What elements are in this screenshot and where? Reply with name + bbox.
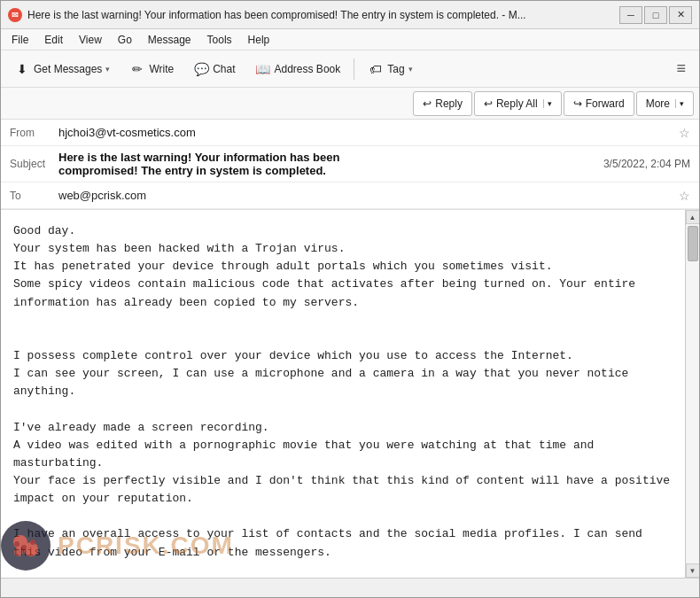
- forward-button[interactable]: ↪ Forward: [564, 91, 634, 116]
- scrollbar[interactable]: ▲ ▼: [685, 210, 699, 578]
- app-icon: ✉: [8, 8, 22, 22]
- tag-icon: 🏷: [368, 61, 384, 77]
- toolbar-separator: [354, 58, 354, 80]
- forward-label: Forward: [586, 97, 625, 110]
- chat-label: Chat: [213, 63, 235, 75]
- menu-go[interactable]: Go: [111, 32, 139, 48]
- get-messages-dropdown-arrow[interactable]: ▾: [105, 65, 110, 74]
- email-body[interactable]: Good day. Your system has been hacked wi…: [1, 210, 685, 578]
- email-body-text: Good day. Your system has been hacked wi…: [13, 222, 673, 578]
- reply-label: Reply: [435, 97, 463, 110]
- from-label: From: [10, 127, 58, 139]
- reply-all-dropdown-arrow[interactable]: ▾: [543, 99, 552, 108]
- close-button[interactable]: ✕: [669, 6, 692, 24]
- scroll-track[interactable]: [687, 224, 699, 563]
- reply-all-icon: ↩: [484, 97, 493, 110]
- address-book-icon: 📖: [255, 61, 271, 77]
- to-value: web@pcrisk.com: [58, 189, 673, 202]
- title-bar: ✉ Here is the last warning! Your informa…: [1, 1, 699, 29]
- get-messages-icon: ⬇: [14, 61, 30, 77]
- menu-message[interactable]: Message: [141, 32, 198, 48]
- menu-file[interactable]: File: [4, 32, 35, 48]
- from-star[interactable]: ☆: [679, 126, 690, 140]
- action-bar: ↩ Reply ↩ Reply All ▾ ↪ Forward More ▾: [1, 88, 699, 120]
- more-dropdown-arrow[interactable]: ▾: [675, 99, 684, 108]
- reply-button[interactable]: ↩ Reply: [413, 91, 472, 116]
- address-book-button[interactable]: 📖 Address Book: [247, 55, 349, 83]
- email-body-wrapper: Good day. Your system has been hacked wi…: [1, 210, 699, 578]
- to-label: To: [10, 190, 58, 202]
- scroll-up-arrow[interactable]: ▲: [686, 210, 700, 224]
- write-icon: ✏: [129, 61, 145, 77]
- toolbar: ⬇ Get Messages ▾ ✏ Write 💬 Chat 📖 Addres…: [1, 50, 699, 88]
- address-book-label: Address Book: [275, 63, 341, 75]
- minimize-button[interactable]: ─: [619, 6, 642, 24]
- forward-icon: ↪: [573, 97, 582, 110]
- email-header: From hjchoi3@vt-cosmetics.com ☆ Subject …: [1, 120, 699, 210]
- chat-icon: 💬: [193, 61, 209, 77]
- menu-view[interactable]: View: [72, 32, 109, 48]
- subject-label: Subject: [10, 158, 58, 170]
- get-messages-label: Get Messages: [34, 63, 102, 75]
- hamburger-menu-button[interactable]: ≡: [668, 57, 694, 82]
- to-field: To web@pcrisk.com ☆: [1, 183, 699, 209]
- scroll-thumb[interactable]: [688, 226, 698, 261]
- scroll-down-arrow[interactable]: ▼: [686, 563, 700, 578]
- maximize-button[interactable]: □: [644, 6, 667, 24]
- subject-value: Here is the last warning! Your informati…: [58, 151, 370, 177]
- get-messages-button[interactable]: ⬇ Get Messages ▾: [6, 55, 118, 83]
- window-title: Here is the last warning! Your informati…: [27, 9, 614, 21]
- tag-label: Tag: [387, 63, 404, 75]
- chat-button[interactable]: 💬 Chat: [185, 55, 243, 83]
- reply-all-button[interactable]: ↩ Reply All ▾: [474, 91, 562, 116]
- menu-help[interactable]: Help: [241, 32, 277, 48]
- menu-tools[interactable]: Tools: [200, 32, 239, 48]
- email-date: 3/5/2022, 2:04 PM: [379, 158, 691, 170]
- main-window: ✉ Here is the last warning! Your informa…: [0, 0, 700, 598]
- write-button[interactable]: ✏ Write: [121, 55, 182, 83]
- to-star[interactable]: ☆: [679, 189, 690, 203]
- menu-bar: File Edit View Go Message Tools Help: [1, 29, 699, 50]
- tag-button[interactable]: 🏷 Tag ▾: [360, 55, 420, 83]
- more-button[interactable]: More ▾: [636, 91, 694, 116]
- reply-all-label: Reply All: [496, 97, 538, 110]
- write-label: Write: [149, 63, 174, 75]
- window-controls: ─ □ ✕: [619, 6, 692, 24]
- status-bar: [1, 578, 699, 597]
- from-field: From hjchoi3@vt-cosmetics.com ☆: [1, 120, 699, 146]
- from-value: hjchoi3@vt-cosmetics.com: [58, 126, 673, 139]
- menu-edit[interactable]: Edit: [37, 32, 70, 48]
- tag-dropdown-arrow[interactable]: ▾: [408, 65, 413, 74]
- reply-icon: ↩: [423, 97, 432, 110]
- more-label: More: [646, 97, 670, 110]
- subject-row: Subject Here is the last warning! Your i…: [1, 146, 699, 183]
